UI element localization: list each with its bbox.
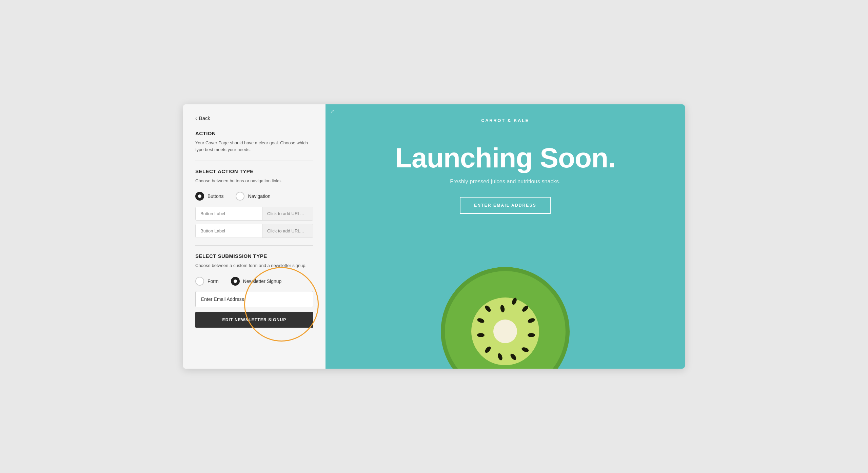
select-submission-title: SELECT SUBMISSION TYPE (195, 253, 313, 259)
radio-form-circle[interactable] (195, 277, 204, 286)
left-panel: ‹ Back ACTION Your Cover Page should hav… (183, 104, 326, 369)
expand-icon[interactable]: ⤢ (330, 108, 334, 114)
radio-form-label: Form (208, 279, 219, 284)
select-submission-desc: Choose between a custom form and a newsl… (195, 262, 313, 269)
kiwi-inner-flesh (471, 297, 539, 365)
radio-navigation-circle[interactable] (236, 192, 244, 201)
radio-buttons-label: Buttons (208, 193, 223, 199)
site-title: CARROT & KALE (481, 118, 529, 123)
kiwi-seed (528, 333, 535, 337)
divider-1 (195, 161, 313, 161)
right-panel: ⤢ CARROT & KALE Launching Soon. Freshly … (326, 104, 685, 369)
button-url-2[interactable] (262, 224, 313, 238)
radio-navigation-label: Navigation (248, 193, 270, 199)
email-field-wrapper[interactable]: Enter Email Address (195, 291, 313, 307)
kiwi-outer-ring (441, 267, 570, 369)
action-title: ACTION (195, 130, 313, 136)
radio-buttons-option[interactable]: Buttons (195, 192, 223, 201)
radio-form-option[interactable]: Form (195, 277, 219, 286)
edit-newsletter-button[interactable]: EDIT NEWSLETTER SIGNUP (195, 312, 313, 328)
select-action-type-desc: Choose between buttons or navigation lin… (195, 178, 313, 184)
button-row-1: 🗑 (195, 207, 313, 221)
back-label: Back (199, 115, 210, 121)
button-row-2: 🗑 (195, 224, 313, 238)
submission-type-radio-group: Form Newsletter Signup (195, 277, 313, 286)
button-label-1[interactable] (196, 207, 262, 220)
kiwi-seed (477, 333, 485, 337)
email-field-placeholder: Enter Email Address (201, 296, 244, 302)
radio-newsletter-option[interactable]: Newsletter Signup (231, 277, 282, 286)
back-button[interactable]: ‹ Back (195, 115, 313, 121)
radio-navigation-option[interactable]: Navigation (236, 192, 270, 201)
button-url-1[interactable] (262, 207, 313, 220)
action-description: Your Cover Page should have a clear goal… (195, 140, 313, 153)
hero-headline: Launching Soon. (395, 143, 615, 172)
kiwi-slice (434, 260, 576, 369)
action-type-radio-group: Buttons Navigation (195, 192, 313, 201)
kiwi-center-core (493, 320, 517, 343)
back-chevron-icon: ‹ (195, 116, 197, 121)
divider-2 (195, 245, 313, 246)
radio-buttons-circle[interactable] (195, 192, 204, 201)
select-action-type-title: SELECT ACTION TYPE (195, 168, 313, 174)
email-cta-button[interactable]: ENTER EMAIL ADDRESS (460, 197, 551, 214)
kiwi-illustration (339, 231, 671, 369)
button-label-2[interactable] (196, 224, 262, 238)
radio-newsletter-circle[interactable] (231, 277, 240, 286)
radio-newsletter-label: Newsletter Signup (243, 279, 282, 284)
app-container: ‹ Back ACTION Your Cover Page should hav… (183, 104, 685, 369)
hero-subtitle: Freshly pressed juices and nutritious sn… (450, 179, 560, 185)
